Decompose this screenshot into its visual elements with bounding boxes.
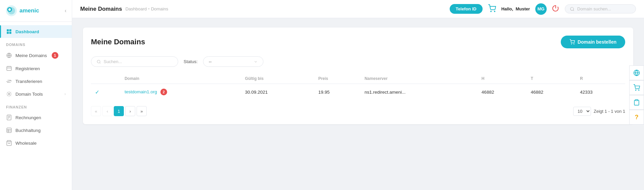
page-last-button[interactable]: » bbox=[137, 106, 147, 116]
sidebar: amenic ‹ Dashboard DOMAINS Meine Domains… bbox=[0, 0, 72, 190]
logo-icon bbox=[5, 5, 17, 17]
page-1-button[interactable]: 1 bbox=[114, 106, 124, 116]
username-text: Muster bbox=[515, 6, 530, 11]
cart-icon bbox=[488, 4, 496, 12]
sidebar-item-rechnungen[interactable]: Rechnungen bbox=[0, 111, 72, 124]
power-button[interactable] bbox=[552, 5, 559, 13]
user-greeting: Hallo, Muster bbox=[501, 6, 530, 11]
breadcrumb: Dashboard • Domains bbox=[126, 6, 168, 11]
sidebar-item-registrieren[interactable]: Registrieren bbox=[0, 62, 72, 75]
transferieren-label: Transferieren bbox=[15, 79, 42, 84]
domain-link[interactable]: testdomain1.org bbox=[125, 89, 157, 94]
order-domain-button[interactable]: Domain bestellen bbox=[561, 36, 625, 48]
logo-text: amenic bbox=[19, 7, 39, 14]
table-head: Domain Gültig bis Preis Nameserver H T R bbox=[91, 74, 625, 84]
page-first-button[interactable]: « bbox=[91, 106, 101, 116]
search-icon bbox=[570, 7, 575, 11]
col-check bbox=[91, 74, 120, 84]
chevron-right-icon: › bbox=[64, 92, 66, 96]
pagination: « ‹ 1 › » bbox=[91, 106, 147, 116]
page-next-button[interactable]: › bbox=[125, 106, 135, 116]
meine-domains-label: Meine Domains bbox=[15, 53, 47, 58]
check-icon: ✓ bbox=[95, 89, 99, 95]
greeting-text: Hallo, bbox=[501, 6, 513, 11]
row-domain: testdomain1.org 2 bbox=[120, 84, 241, 100]
cart-right-icon bbox=[633, 84, 640, 91]
per-page-selector: 10 25 50 Zeigt 1 - 1 von 1 bbox=[573, 107, 625, 116]
col-r: R bbox=[576, 74, 625, 84]
right-globe-button[interactable] bbox=[629, 65, 644, 80]
breadcrumb-domains: Domains bbox=[151, 6, 168, 11]
pagination-row: « ‹ 1 › » 10 25 50 Zeigt 1 - 1 von 1 bbox=[91, 106, 625, 116]
svg-point-29 bbox=[97, 60, 100, 63]
col-price: Preis bbox=[314, 74, 360, 84]
filter-search-bar[interactable] bbox=[91, 56, 178, 67]
svg-rect-5 bbox=[9, 29, 11, 31]
topbar-left: Meine Domains Dashboard • Domains bbox=[80, 6, 168, 12]
sidebar-item-meine-domains[interactable]: Meine Domains 1 bbox=[0, 49, 72, 62]
sidebar-item-transferieren[interactable]: Transferieren bbox=[0, 75, 72, 88]
right-icons-panel: ? bbox=[629, 65, 644, 125]
table-row: ✓ testdomain1.org 2 30.09.2021 19.95 ns1… bbox=[91, 84, 625, 100]
svg-rect-17 bbox=[7, 128, 11, 133]
sidebar-item-wholesale[interactable]: Wholesale bbox=[0, 137, 72, 149]
content-header: Meine Domains Domain bestellen bbox=[91, 36, 625, 48]
sidebar-item-buchhaltung[interactable]: Buchhaltung bbox=[0, 124, 72, 137]
section-label-domains: DOMAINS bbox=[0, 38, 72, 49]
avatar: MG bbox=[535, 3, 547, 15]
row-h: 46882 bbox=[478, 84, 527, 100]
row-valid-until: 30.09.2021 bbox=[241, 84, 314, 100]
sidebar-item-dashboard[interactable]: Dashboard bbox=[0, 25, 72, 38]
topbar-right: Telefon ID Hallo, Muster MG bbox=[450, 3, 636, 15]
row-nameserver: ns1.redirect.ameni... bbox=[360, 84, 478, 100]
rechnungen-icon bbox=[6, 114, 12, 121]
svg-line-26 bbox=[573, 10, 574, 11]
telefon-id-button[interactable]: Telefon ID bbox=[450, 4, 483, 14]
status-select[interactable]: -- bbox=[203, 56, 263, 67]
order-button-label: Domain bestellen bbox=[578, 39, 616, 45]
page-title: Meine Domains bbox=[80, 6, 122, 12]
buchhaltung-icon bbox=[6, 127, 12, 133]
domain-search-bar[interactable] bbox=[565, 4, 636, 13]
dashboard-icon bbox=[6, 29, 12, 35]
section-label-finanzen: FINANZEN bbox=[0, 100, 72, 111]
right-help-button[interactable]: ? bbox=[629, 110, 644, 125]
filter-search-input[interactable] bbox=[104, 59, 172, 64]
domain-search-input[interactable] bbox=[577, 6, 631, 11]
col-t: T bbox=[527, 74, 576, 84]
row-price: 19.95 bbox=[314, 84, 360, 100]
page-prev-button[interactable]: ‹ bbox=[102, 106, 112, 116]
page-info: Zeigt 1 - 1 von 1 bbox=[594, 109, 625, 114]
rechnungen-label: Rechnungen bbox=[15, 115, 41, 120]
domain-tools-icon bbox=[6, 91, 12, 97]
sidebar-logo: amenic ‹ bbox=[0, 0, 72, 22]
svg-rect-9 bbox=[7, 66, 11, 70]
per-page-select[interactable]: 10 25 50 bbox=[573, 107, 591, 116]
dashboard-label: Dashboard bbox=[15, 29, 39, 34]
wholesale-label: Wholesale bbox=[15, 141, 37, 146]
registrieren-icon bbox=[6, 65, 12, 72]
sidebar-nav: Dashboard DOMAINS Meine Domains 1 Regist… bbox=[0, 22, 72, 190]
power-icon bbox=[552, 5, 559, 12]
content-area: Meine Domains Domain bestellen bbox=[72, 18, 644, 190]
row-r: 42333 bbox=[576, 84, 625, 100]
content-title: Meine Domains bbox=[91, 38, 145, 46]
svg-rect-4 bbox=[7, 29, 9, 31]
collapse-sidebar-button[interactable]: ‹ bbox=[65, 8, 66, 14]
right-cart-button[interactable] bbox=[629, 80, 644, 95]
filters-row: Status: -- bbox=[91, 56, 625, 67]
logo: amenic bbox=[5, 5, 39, 17]
right-clipboard-button[interactable] bbox=[629, 95, 644, 110]
svg-point-34 bbox=[639, 90, 639, 91]
svg-rect-6 bbox=[7, 32, 9, 34]
meine-domains-icon bbox=[6, 52, 12, 58]
breadcrumb-dashboard[interactable]: Dashboard bbox=[126, 6, 147, 11]
breadcrumb-sep: • bbox=[148, 6, 150, 11]
domains-card: Meine Domains Domain bestellen bbox=[83, 28, 633, 124]
svg-point-33 bbox=[636, 90, 636, 91]
status-value: -- bbox=[209, 59, 212, 64]
topbar: Meine Domains Dashboard • Domains Telefo… bbox=[72, 0, 644, 18]
cart-button[interactable] bbox=[488, 4, 496, 13]
sidebar-item-domain-tools[interactable]: Domain Tools › bbox=[0, 88, 72, 100]
clipboard-icon bbox=[633, 99, 640, 106]
